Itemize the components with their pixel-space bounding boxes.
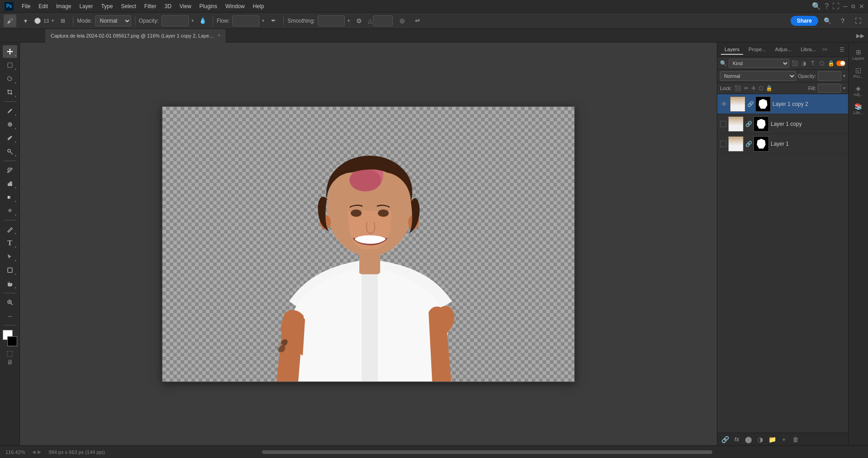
rectangular-marquee-tool[interactable]: ▾ bbox=[3, 59, 17, 72]
eyedropper-tool[interactable]: ▾ bbox=[3, 105, 17, 117]
brush-preset-icon[interactable]: ▾ bbox=[19, 14, 32, 27]
hand-tool[interactable]: ▾ bbox=[3, 277, 17, 290]
filter-toggle[interactable] bbox=[836, 61, 845, 66]
layers-filter-select[interactable]: Kind Name Effect bbox=[729, 59, 789, 68]
path-select-tool[interactable]: ▾ bbox=[3, 250, 17, 263]
nav-right-icon[interactable]: ▶ bbox=[38, 449, 41, 454]
screen-mode-btn[interactable]: ⬚ bbox=[6, 349, 13, 358]
zoom-tool[interactable] bbox=[3, 296, 17, 309]
lock-artboard-icon[interactable]: ⬡ bbox=[758, 85, 763, 91]
eraser-tool[interactable]: ▾ bbox=[3, 177, 17, 190]
menu-layer[interactable]: Layer bbox=[76, 2, 96, 10]
menu-file[interactable]: File bbox=[18, 2, 34, 10]
opacity-down-icon[interactable]: ▾ bbox=[843, 73, 845, 78]
horizontal-scrollbar-area[interactable] bbox=[112, 450, 863, 454]
brush-mode-icon[interactable]: ⊞ bbox=[57, 14, 69, 27]
help-icon[interactable]: ? bbox=[825, 2, 829, 10]
menu-help[interactable]: Help bbox=[249, 2, 268, 10]
flow-input[interactable]: 100% bbox=[232, 15, 259, 26]
menu-filter[interactable]: Filter bbox=[141, 2, 160, 10]
menu-type[interactable]: Type bbox=[97, 2, 116, 10]
close-icon[interactable]: ✕ bbox=[859, 3, 864, 10]
screen-zoom-btn[interactable]: 🖥 bbox=[7, 358, 13, 366]
h-scrollbar-thumb[interactable] bbox=[262, 450, 712, 454]
background-color[interactable] bbox=[7, 336, 17, 346]
fill-down-icon[interactable]: ▾ bbox=[843, 86, 845, 91]
tab-adjustments[interactable]: Adjus... bbox=[772, 45, 796, 55]
menu-edit[interactable]: Edit bbox=[35, 2, 52, 10]
layer-item-copy1[interactable]: 🔗 Layer 1 copy bbox=[717, 114, 848, 134]
crop-tool[interactable]: ▾ bbox=[3, 86, 17, 99]
angle-input[interactable]: 0° bbox=[373, 15, 393, 26]
layer-item-base[interactable]: 🔗 Layer 1 bbox=[717, 134, 848, 154]
blur-tool[interactable]: ▾ bbox=[3, 205, 17, 217]
brush-tool-icon[interactable]: 🖌 bbox=[4, 14, 16, 27]
fx-icon[interactable]: fx bbox=[732, 436, 742, 443]
smoothing-dropdown[interactable]: ▾ bbox=[348, 18, 350, 23]
expand-icon[interactable]: ⛶ bbox=[832, 2, 839, 10]
collapsed-libraries-tab[interactable]: 📚 Libr... bbox=[850, 100, 867, 117]
smoothing-input[interactable]: 100% bbox=[318, 15, 345, 26]
filter-pixel-icon[interactable]: ⬛ bbox=[791, 60, 798, 67]
layer-visibility-base[interactable] bbox=[720, 141, 726, 147]
menu-select[interactable]: Select bbox=[117, 2, 139, 10]
nav-left-icon[interactable]: ◀ bbox=[32, 449, 36, 454]
panel-menu-button[interactable]: ☰ bbox=[839, 47, 844, 53]
lock-transparent-icon[interactable]: ⬛ bbox=[734, 85, 741, 91]
lock-position-icon[interactable]: ✛ bbox=[751, 85, 756, 91]
share-button[interactable]: Share bbox=[791, 16, 818, 26]
search-icon[interactable]: 🔍 bbox=[812, 2, 821, 10]
opacity-dropdown[interactable]: ▾ bbox=[191, 18, 194, 23]
ellipsis-tool[interactable]: ··· bbox=[3, 310, 17, 322]
filter-type-icon[interactable]: T bbox=[809, 60, 816, 67]
menu-view[interactable]: View bbox=[176, 2, 195, 10]
canvas[interactable] bbox=[162, 107, 574, 382]
tab-properties[interactable]: Prope... bbox=[745, 45, 770, 55]
new-adjustment-icon[interactable]: ◑ bbox=[755, 436, 765, 443]
opacity-input[interactable]: 100% bbox=[162, 15, 189, 26]
search-toolbar-icon[interactable]: 🔍 bbox=[821, 14, 834, 27]
minimize-icon[interactable]: ─ bbox=[843, 3, 848, 10]
airbrush-icon[interactable]: 💧 bbox=[196, 14, 209, 27]
type-tool[interactable]: T ▾ bbox=[3, 237, 17, 249]
symmetry-icon[interactable]: ⇌ bbox=[411, 14, 424, 27]
pen-tool[interactable]: ▾ bbox=[3, 223, 17, 236]
panel-tabs-more[interactable]: >> bbox=[822, 47, 828, 52]
pressure-icon[interactable]: ◎ bbox=[396, 14, 408, 27]
menu-plugins[interactable]: Plugins bbox=[196, 2, 221, 10]
filter-adjust-icon[interactable]: ◑ bbox=[800, 60, 807, 67]
new-layer-icon[interactable]: + bbox=[779, 436, 789, 443]
clone-stamp-tool[interactable]: ▾ bbox=[3, 145, 17, 158]
layer-visibility-copy2[interactable]: 👁 bbox=[720, 100, 728, 108]
opacity-field[interactable]: 100% bbox=[818, 71, 841, 81]
tab-close-button[interactable]: × bbox=[218, 33, 220, 38]
filter-shape-icon[interactable]: ⬡ bbox=[818, 60, 825, 67]
document-tab[interactable]: Captura de tela 2024-02-01 095617.png @ … bbox=[45, 29, 226, 43]
layer-visibility-copy1[interactable] bbox=[720, 121, 726, 127]
spot-heal-tool[interactable]: ▾ bbox=[3, 118, 17, 131]
flow-dropdown[interactable]: ▾ bbox=[262, 18, 264, 23]
tab-libraries[interactable]: Libra... bbox=[797, 45, 820, 55]
brush-size-dropdown[interactable]: ▾ bbox=[52, 18, 54, 23]
menu-image[interactable]: Image bbox=[52, 2, 75, 10]
restore-icon[interactable]: ⧉ bbox=[851, 3, 855, 10]
fill-field[interactable]: 100% bbox=[818, 84, 841, 93]
mode-select[interactable]: Normal Multiply Screen Overlay bbox=[95, 15, 131, 26]
new-group-icon[interactable]: 📁 bbox=[767, 436, 777, 443]
gradient-tool[interactable]: ▾ bbox=[3, 191, 17, 204]
delete-layer-icon[interactable]: 🗑 bbox=[791, 436, 801, 443]
menu-3d[interactable]: 3D bbox=[161, 2, 175, 10]
collapsed-adjustments-tab[interactable]: ◈ Adj... bbox=[850, 82, 867, 99]
brush-tool[interactable]: ▾ bbox=[3, 132, 17, 144]
pen-pressure-icon[interactable]: ✒ bbox=[267, 14, 280, 27]
history-brush-tool[interactable] bbox=[3, 164, 17, 177]
lasso-tool[interactable]: ▾ bbox=[3, 72, 17, 85]
blend-mode-select[interactable]: Normal Multiply Screen bbox=[720, 71, 796, 81]
help-toolbar-icon[interactable]: ? bbox=[836, 14, 849, 27]
move-tool[interactable]: ▾ bbox=[3, 45, 17, 58]
settings-icon[interactable]: ⚙ bbox=[353, 14, 365, 27]
menu-window[interactable]: Window bbox=[222, 2, 248, 10]
collapsed-properties-tab[interactable]: ◱ Pro... bbox=[850, 64, 867, 81]
tab-layers[interactable]: Layers bbox=[721, 45, 743, 55]
lock-all-icon[interactable]: 🔒 bbox=[766, 85, 773, 91]
